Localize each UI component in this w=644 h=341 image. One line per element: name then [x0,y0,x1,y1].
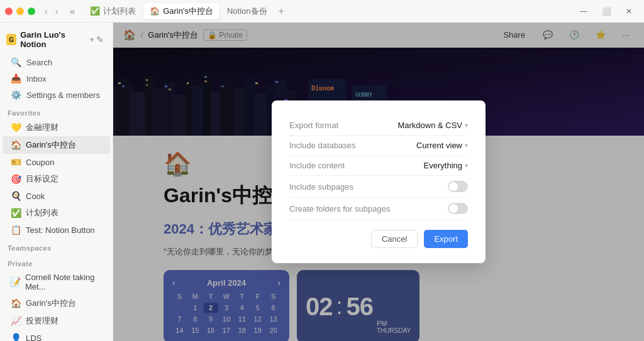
export-format-label: Export format [289,121,338,130]
close-button[interactable]: ✕ [619,4,639,18]
workspace-icon: G [6,34,16,45]
titlebar-right: — ⬜ ✕ [574,4,639,18]
back-button[interactable]: ‹ [42,5,51,18]
sidebar-action-inbox[interactable]: 📥 Inbox [3,70,110,87]
sidebar-header: G Garin Luo's Notion ▾ ✎ [0,28,113,51]
sidebar-item-cook[interactable]: 🍳 Cook [3,188,110,204]
coupon-icon: 🎫 [10,157,21,167]
sidebar-action-search[interactable]: 🔍 Search [3,54,110,70]
sidebar-settings-label: Settings & members [26,90,100,100]
cornell-label: Cornell Note taking Met... [25,273,103,291]
sidebar-item-lds[interactable]: 👤 LDS [3,330,110,341]
finance-icon: 💛 [10,122,21,133]
plans-icon: ✅ [10,208,21,218]
export-format-chevron: ▾ [465,122,468,129]
workspace-label: Garin Luo's Notion [20,30,86,49]
modal-row-create-folders: Create folders for subpages [289,198,468,220]
sidebar-item-cornell[interactable]: 📝 Cornell Note taking Met... [3,269,110,295]
titlebar: ‹ › « ✅ 计划列表 🏠 Garin's中控台 Notion备份 + — ⬜… [0,0,644,23]
export-button[interactable]: Export [424,230,468,248]
modal-row-export-format: Export format Markdown & CSV ▾ [289,116,468,136]
cook-icon: 🍳 [10,191,21,201]
edit-icon[interactable]: ✎ [94,33,106,46]
sidebar-item-finance[interactable]: 💛 金融理财 [3,119,110,136]
finance-label: 金融理财 [26,122,58,133]
section-favorites-label: Favorites [0,103,113,119]
include-subpages-toggle[interactable] [448,181,468,192]
sidebar-item-invest[interactable]: 📈 投资理财 [3,312,110,330]
coupon-label: Coupon [26,158,55,167]
sidebar-item-notion-btn[interactable]: 📋 Test: Notion Button [3,222,110,238]
sidebar-header-icons: ✎ [94,33,106,46]
section-teamspaces-label: Teamspaces [0,238,113,254]
goals-icon: 🎯 [10,174,21,184]
create-folders-label: Create folders for subpages [289,204,390,214]
plans-label: 计划列表 [26,207,58,219]
traffic-lights [5,8,35,15]
include-content-dropdown[interactable]: Everything ▾ [424,161,468,170]
tab-plans-label: 计划列表 [103,6,136,17]
sidebar-item-plans[interactable]: ✅ 计划列表 [3,204,110,222]
tab-dashboard-label: Garin's中控台 [163,6,213,17]
main-layout: G Garin Luo's Notion ▾ ✎ 🔍 Search 📥 Inbo… [0,23,644,341]
lds-icon: 👤 [10,333,21,341]
tab-notion-label: Notion备份 [227,6,267,17]
forward-button[interactable]: › [52,5,62,18]
maximize-button[interactable]: ⬜ [596,4,616,18]
add-tab-button[interactable]: + [275,4,288,18]
dashboard2-icon: 🏠 [10,298,21,308]
cancel-button[interactable]: Cancel [371,230,418,248]
dashboard2-label: Garin's中控台 [26,298,76,309]
sidebar-item-coupon[interactable]: 🎫 Coupon [3,154,110,170]
tab-bar: ✅ 计划列表 🏠 Garin's中控台 Notion备份 + [84,3,570,19]
tab-dashboard[interactable]: 🏠 Garin's中控台 [143,3,219,19]
modal-row-include-content: Include content Everything ▾ [289,156,468,176]
modal-buttons: Cancel Export [289,230,468,248]
notion-btn-label: Test: Notion Button [26,225,95,235]
cook-label: Cook [26,192,45,201]
sidebar-item-dashboard[interactable]: 🏠 Garin's中控台 [3,136,110,154]
maximize-traffic[interactable] [28,8,35,15]
include-databases-label: Include databases [289,141,356,150]
dashboard-icon: 🏠 [10,140,21,150]
collapse-sidebar-button[interactable]: « [67,5,77,18]
include-databases-value: Current view [416,141,462,150]
export-format-dropdown[interactable]: Markdown & CSV ▾ [397,121,468,130]
include-subpages-label: Include subpages [289,182,353,192]
invest-icon: 📈 [10,316,21,326]
nav-buttons: ‹ › [42,5,61,18]
tab-notion[interactable]: Notion备份 [221,3,274,19]
export-modal: Export format Markdown & CSV ▾ Include d… [272,100,486,263]
modal-row-include-databases: Include databases Current view ▾ [289,136,468,156]
content-area: 🏠 / Garin's中控台 🔒 Private Share 💬 🕐 ⭐ ··· [113,23,644,341]
close-traffic[interactable] [5,8,13,15]
cornell-icon: 📝 [10,277,21,287]
include-content-value: Everything [424,161,462,170]
tab-plans-icon: ✅ [90,6,100,16]
minimize-traffic[interactable] [16,8,24,15]
minimize-button[interactable]: — [574,4,594,18]
sidebar-item-goals[interactable]: 🎯 目标设定 [3,170,110,188]
tab-plans[interactable]: ✅ 计划列表 [84,3,142,19]
tab-dashboard-icon: 🏠 [150,6,160,16]
sidebar-search-label: Search [26,58,52,67]
include-content-label: Include content [289,161,345,170]
modal-overlay: Export format Markdown & CSV ▾ Include d… [113,23,644,341]
modal-row-include-subpages: Include subpages [289,176,468,198]
include-content-chevron: ▾ [465,162,468,169]
export-format-value: Markdown & CSV [397,121,462,130]
goals-label: 目标设定 [26,173,58,185]
sidebar-item-dashboard2[interactable]: 🏠 Garin's中控台 [3,295,110,312]
section-private-label: Private [0,254,113,269]
include-databases-chevron: ▾ [465,142,468,149]
inbox-icon: 📥 [10,73,21,84]
notion-btn-icon: 📋 [10,225,21,235]
window-controls: — ⬜ ✕ [574,4,639,18]
settings-icon: ⚙️ [10,90,21,100]
create-folders-toggle[interactable] [448,203,468,214]
invest-label: 投资理财 [26,315,58,327]
include-databases-dropdown[interactable]: Current view ▾ [416,141,468,150]
sidebar-action-settings[interactable]: ⚙️ Settings & members [3,87,110,103]
sidebar: G Garin Luo's Notion ▾ ✎ 🔍 Search 📥 Inbo… [0,23,113,341]
workspace-name[interactable]: G Garin Luo's Notion ▾ [6,30,94,49]
